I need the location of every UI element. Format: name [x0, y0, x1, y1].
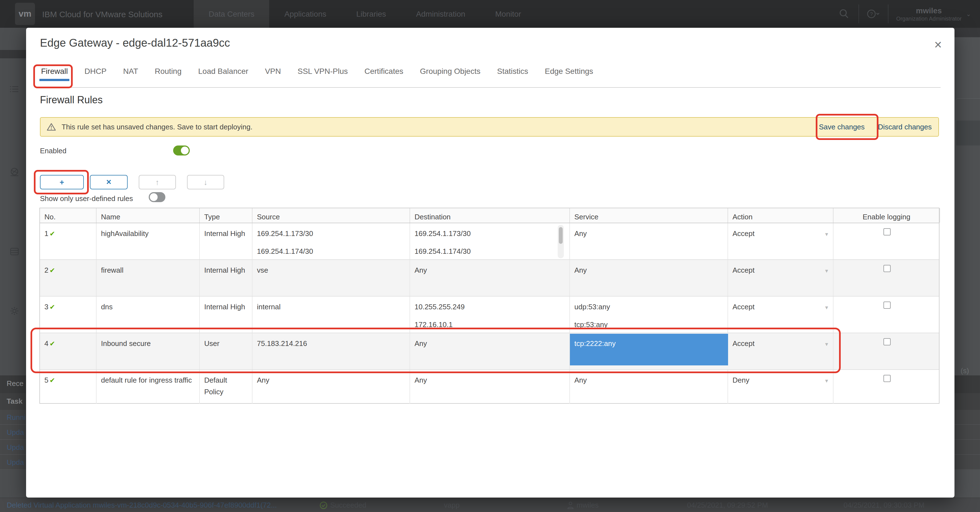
search-icon[interactable] — [837, 7, 851, 21]
col-action: Action — [728, 208, 834, 223]
edge-gateway-dialog: Edge Gateway - edge-dal12-571aa9cc ✕ Fir… — [26, 28, 955, 498]
rule-action-dropdown[interactable]: Accept▼ — [728, 333, 834, 369]
arrow-down-icon: ↓ — [204, 178, 208, 187]
task-start-time: 04/25/2021, 09:29:52 PM — [687, 501, 768, 509]
discard-changes-button[interactable]: Discard changes — [871, 123, 939, 131]
tab-load-balancer[interactable]: Load Balancer — [198, 67, 248, 81]
banner-message: This rule set has unsaved changes. Save … — [62, 123, 253, 131]
chevron-down-icon[interactable]: ⌄ — [966, 10, 971, 18]
enable-logging-checkbox[interactable] — [883, 375, 890, 382]
tab-ssl-vpn-plus[interactable]: SSL VPN-Plus — [298, 67, 348, 81]
rule-name: default rule for ingress traffic — [97, 370, 200, 404]
rule-action-dropdown[interactable]: Accept▼ — [728, 297, 834, 333]
rule-service-selected-cell[interactable]: tcp:2222:any — [570, 334, 728, 365]
task-link-fragment[interactable]: Upda — [7, 428, 24, 436]
rule-type: Internal High — [200, 260, 253, 296]
firewall-rule-row[interactable]: 5✔ default rule for ingress traffic Defa… — [40, 370, 939, 404]
rule-source[interactable]: vse — [253, 260, 410, 296]
rule-service[interactable]: udp:53:any tcp:53:any — [570, 297, 728, 333]
rule-source[interactable]: 75.183.214.216 — [253, 333, 410, 369]
caret-down-icon: ▼ — [824, 302, 829, 314]
user-menu[interactable]: mwiles Organization Administrator — [896, 6, 962, 22]
person-icon — [567, 501, 574, 509]
firewall-rules-table: No. Name Type Source Destination Service… — [40, 208, 940, 404]
task-link-fragment[interactable]: Upda — [7, 458, 24, 466]
rule-destination[interactable]: 10.255.255.249 172.16.10.1 — [410, 297, 570, 333]
enable-logging-checkbox[interactable] — [883, 265, 890, 272]
rule-destination[interactable]: 169.254.1.173/30 169.254.1.174/30 224.0.… — [410, 223, 570, 259]
move-rule-down-button[interactable]: ↓ — [187, 175, 224, 189]
rule-action-dropdown[interactable]: Deny▼ — [728, 370, 834, 404]
task-link[interactable]: Deleted Virtual Application mwiles-vm-21… — [7, 501, 277, 509]
nav-applications[interactable]: Applications — [269, 0, 341, 28]
clipped-text-fragment: (s) — [961, 367, 969, 375]
tab-firewall[interactable]: Firewall — [41, 67, 68, 81]
tab-nat[interactable]: NAT — [123, 67, 138, 81]
user-defined-filter-toggle[interactable] — [149, 192, 165, 202]
rule-number: 4 — [45, 339, 48, 348]
firewall-rule-row[interactable]: 2✔ firewall Internal High vse Any Any Ac… — [40, 260, 939, 297]
tab-grouping-objects[interactable]: Grouping Objects — [420, 67, 480, 81]
firewall-rule-row[interactable]: 4✔ Inbound secure User 75.183.214.216 An… — [40, 333, 939, 370]
header-divider — [888, 5, 888, 23]
gear-icon[interactable] — [10, 306, 19, 316]
rule-service[interactable]: Any — [570, 370, 728, 404]
rule-number: 5 — [45, 376, 48, 384]
delete-rule-button[interactable]: ✕ — [90, 175, 127, 189]
tab-edge-settings[interactable]: Edge Settings — [545, 67, 593, 81]
screen: vm IBM Cloud for VMware Solutions Data C… — [0, 0, 980, 512]
rule-destination[interactable]: Any — [410, 370, 570, 404]
nav-monitor[interactable]: Monitor — [480, 0, 536, 28]
rule-source[interactable]: internal — [253, 297, 410, 333]
rule-number: 2 — [45, 266, 48, 274]
rule-service[interactable]: Any — [570, 260, 728, 296]
task-link-fragment[interactable]: Runni — [7, 413, 25, 421]
tab-vpn[interactable]: VPN — [265, 67, 281, 81]
enable-logging-checkbox[interactable] — [883, 228, 890, 236]
check-icon: ✔ — [49, 376, 55, 384]
task-status: Succeeded — [330, 501, 366, 509]
rule-type: Internal High — [200, 297, 253, 333]
save-changes-button[interactable]: Save changes — [812, 123, 872, 131]
col-name: Name — [97, 208, 200, 223]
move-rule-up-button[interactable]: ↑ — [139, 175, 176, 189]
rule-type: Default Policy — [200, 370, 253, 404]
rule-type: User — [200, 333, 253, 369]
bottom-task-row: Deleted Virtual Application mwiles-vm-21… — [0, 498, 980, 512]
nav-administration[interactable]: Administration — [401, 0, 480, 28]
tabs-divider — [40, 87, 940, 88]
add-rule-button[interactable]: + — [40, 175, 84, 189]
rule-name: dns — [97, 297, 200, 333]
tab-statistics[interactable]: Statistics — [497, 67, 528, 81]
nav-libraries[interactable]: Libraries — [341, 0, 401, 28]
enable-logging-checkbox[interactable] — [883, 301, 890, 309]
task-link-fragment[interactable]: Upda — [7, 443, 24, 451]
list-icon[interactable] — [10, 86, 18, 93]
rule-action-dropdown[interactable]: Accept▼ — [728, 223, 834, 259]
col-enable-logging: Enable logging — [834, 208, 940, 223]
user-name: mwiles — [896, 6, 962, 15]
task-object-type: vapp — [444, 501, 460, 509]
help-icon[interactable]: ? — [867, 7, 880, 21]
firewall-rule-row[interactable]: 3✔ dns Internal High internal 10.255.255… — [40, 297, 939, 333]
tab-dhcp[interactable]: DHCP — [84, 67, 106, 81]
enable-logging-checkbox[interactable] — [883, 338, 890, 345]
rule-service[interactable]: Any — [570, 223, 728, 259]
rule-action-dropdown[interactable]: Accept▼ — [728, 260, 834, 296]
tab-certificates[interactable]: Certificates — [364, 67, 403, 81]
tab-routing[interactable]: Routing — [155, 67, 182, 81]
rule-source[interactable]: Any — [253, 370, 410, 404]
destination-scrollbar[interactable] — [558, 225, 564, 258]
close-icon[interactable]: ✕ — [934, 39, 942, 51]
network-globe-icon[interactable] — [10, 168, 19, 177]
nav-data-centers[interactable]: Data Centers — [194, 0, 269, 28]
arrow-up-icon: ↑ — [155, 178, 159, 187]
check-icon: ✔ — [49, 303, 55, 311]
firewall-rule-row[interactable]: 1✔ highAvailability Internal High 169.25… — [40, 223, 939, 260]
rule-destination[interactable]: Any — [410, 260, 570, 296]
vmware-logo: vm — [15, 3, 35, 25]
enabled-toggle[interactable] — [173, 145, 190, 155]
storage-stack-icon[interactable] — [10, 248, 19, 255]
rule-destination[interactable]: Any — [410, 333, 570, 369]
rule-source[interactable]: 169.254.1.173/30 169.254.1.174/30 — [253, 223, 410, 259]
